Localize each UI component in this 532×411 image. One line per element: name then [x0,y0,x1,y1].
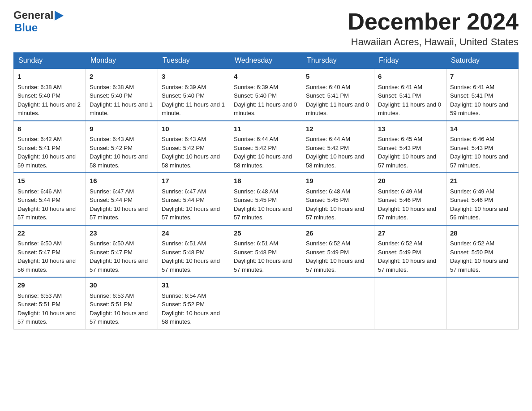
day-number: 12 [306,124,370,134]
sunset-text: Sunset: 5:49 PM [378,248,442,257]
table-row: 31Sunrise: 6:54 AMSunset: 5:52 PMDayligh… [158,277,230,329]
daylight-text: Daylight: 10 hours and 58 minutes. [162,309,226,326]
sunrise-text: Sunrise: 6:39 AM [234,83,298,92]
daylight-text: Daylight: 10 hours and 57 minutes. [90,257,154,274]
table-row: 26Sunrise: 6:52 AMSunset: 5:49 PMDayligh… [302,225,374,278]
calendar-week-row: 1Sunrise: 6:38 AMSunset: 5:40 PMDaylight… [14,68,519,121]
sunset-text: Sunset: 5:40 PM [90,91,154,100]
day-number: 29 [17,280,82,291]
sunrise-text: Sunrise: 6:47 AM [162,187,226,196]
daylight-text: Daylight: 10 hours and 59 minutes. [17,152,82,170]
sunrise-text: Sunrise: 6:47 AM [90,187,154,196]
daylight-text: Daylight: 11 hours and 0 minutes. [378,100,442,118]
sunrise-text: Sunrise: 6:38 AM [90,83,154,92]
day-number: 5 [306,72,370,82]
daylight-text: Daylight: 10 hours and 57 minutes. [378,205,442,222]
sunrise-text: Sunrise: 6:51 AM [162,239,226,248]
table-row: 30Sunrise: 6:53 AMSunset: 5:51 PMDayligh… [86,277,158,329]
day-number: 16 [90,176,154,186]
sunset-text: Sunset: 5:45 PM [234,196,298,205]
day-number: 24 [162,228,226,239]
daylight-text: Daylight: 10 hours and 57 minutes. [162,205,226,222]
daylight-text: Daylight: 10 hours and 57 minutes. [306,257,370,274]
svg-marker-0 [55,11,64,21]
header-saturday: Saturday [446,53,519,69]
table-row: 1Sunrise: 6:38 AMSunset: 5:40 PMDaylight… [14,68,86,121]
sunrise-text: Sunrise: 6:52 AM [378,239,442,248]
table-row: 10Sunrise: 6:43 AMSunset: 5:42 PMDayligh… [158,121,230,173]
header-thursday: Thursday [302,53,374,69]
calendar-week-row: 29Sunrise: 6:53 AMSunset: 5:51 PMDayligh… [14,277,519,329]
day-number: 28 [450,228,515,239]
sunset-text: Sunset: 5:46 PM [378,196,442,205]
table-row: 18Sunrise: 6:48 AMSunset: 5:45 PMDayligh… [230,173,302,225]
sunset-text: Sunset: 5:44 PM [17,196,82,205]
daylight-text: Daylight: 10 hours and 57 minutes. [90,205,154,222]
sunset-text: Sunset: 5:44 PM [162,196,226,205]
sunset-text: Sunset: 5:40 PM [162,91,226,100]
table-row: 14Sunrise: 6:46 AMSunset: 5:43 PMDayligh… [446,121,519,173]
table-row: 24Sunrise: 6:51 AMSunset: 5:48 PMDayligh… [158,225,230,278]
table-row: 27Sunrise: 6:52 AMSunset: 5:49 PMDayligh… [374,225,446,278]
daylight-text: Daylight: 10 hours and 57 minutes. [378,257,442,274]
sunset-text: Sunset: 5:42 PM [306,144,370,153]
daylight-text: Daylight: 10 hours and 57 minutes. [450,257,515,274]
daylight-text: Daylight: 10 hours and 57 minutes. [234,257,298,274]
sunset-text: Sunset: 5:51 PM [90,300,154,309]
month-title: December 2024 [348,9,519,34]
sunset-text: Sunset: 5:48 PM [234,248,298,257]
sunrise-text: Sunrise: 6:46 AM [450,135,515,144]
weekday-header-row: Sunday Monday Tuesday Wednesday Thursday… [14,53,519,69]
sunrise-text: Sunrise: 6:39 AM [162,83,226,92]
day-number: 23 [90,228,154,239]
table-row: 21Sunrise: 6:49 AMSunset: 5:46 PMDayligh… [446,173,519,225]
daylight-text: Daylight: 10 hours and 57 minutes. [162,257,226,274]
table-row: 17Sunrise: 6:47 AMSunset: 5:44 PMDayligh… [158,173,230,225]
daylight-text: Daylight: 10 hours and 57 minutes. [17,309,82,326]
sunrise-text: Sunrise: 6:38 AM [17,83,82,92]
sunset-text: Sunset: 5:42 PM [234,144,298,153]
sunset-text: Sunset: 5:47 PM [17,248,82,257]
table-row: 5Sunrise: 6:40 AMSunset: 5:41 PMDaylight… [302,68,374,121]
sunrise-text: Sunrise: 6:43 AM [162,135,226,144]
table-row: 13Sunrise: 6:45 AMSunset: 5:43 PMDayligh… [374,121,446,173]
sunrise-text: Sunrise: 6:44 AM [234,135,298,144]
table-row: 2Sunrise: 6:38 AMSunset: 5:40 PMDaylight… [86,68,158,121]
sunset-text: Sunset: 5:41 PM [306,91,370,100]
sunset-text: Sunset: 5:41 PM [17,144,82,153]
day-number: 1 [17,72,82,82]
calendar-week-row: 15Sunrise: 6:46 AMSunset: 5:44 PMDayligh… [14,173,519,225]
sunset-text: Sunset: 5:43 PM [378,144,442,153]
daylight-text: Daylight: 10 hours and 56 minutes. [450,205,515,222]
sunrise-text: Sunrise: 6:54 AM [162,291,226,300]
table-row: 23Sunrise: 6:50 AMSunset: 5:47 PMDayligh… [86,225,158,278]
sunrise-text: Sunrise: 6:40 AM [306,83,370,92]
table-row: 22Sunrise: 6:50 AMSunset: 5:47 PMDayligh… [14,225,86,278]
day-number: 14 [450,124,515,134]
daylight-text: Daylight: 10 hours and 59 minutes. [450,100,515,118]
table-row: 9Sunrise: 6:43 AMSunset: 5:42 PMDaylight… [86,121,158,173]
day-number: 4 [234,72,298,82]
day-number: 15 [17,176,82,186]
header-tuesday: Tuesday [158,53,230,69]
location-title: Hawaiian Acres, Hawaii, United States [348,36,519,48]
sunrise-text: Sunrise: 6:48 AM [234,187,298,196]
sunrise-text: Sunrise: 6:50 AM [17,239,82,248]
table-row: 7Sunrise: 6:41 AMSunset: 5:41 PMDaylight… [446,68,519,121]
sunset-text: Sunset: 5:42 PM [162,144,226,153]
day-number: 17 [162,176,226,186]
table-row: 20Sunrise: 6:49 AMSunset: 5:46 PMDayligh… [374,173,446,225]
sunset-text: Sunset: 5:44 PM [90,196,154,205]
sunrise-text: Sunrise: 6:42 AM [17,135,82,144]
day-number: 9 [90,124,154,134]
daylight-text: Daylight: 10 hours and 57 minutes. [90,309,154,326]
day-number: 30 [90,280,154,291]
sunrise-text: Sunrise: 6:50 AM [90,239,154,248]
header-friday: Friday [374,53,446,69]
day-number: 26 [306,228,370,239]
logo-triangle-icon [55,11,64,21]
day-number: 10 [162,124,226,134]
sunset-text: Sunset: 5:51 PM [17,300,82,309]
sunset-text: Sunset: 5:40 PM [234,91,298,100]
daylight-text: Daylight: 10 hours and 56 minutes. [17,257,82,274]
